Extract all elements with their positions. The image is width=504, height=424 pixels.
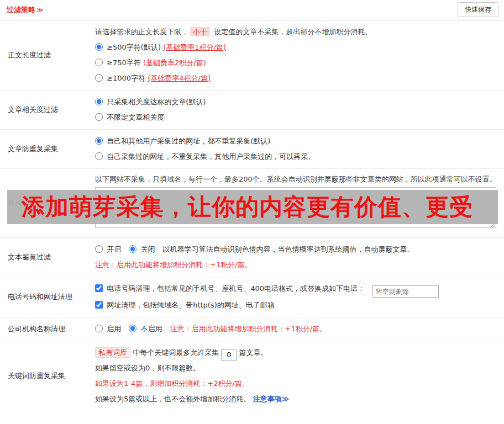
row-porn-filter: 文本鉴黄过滤 开启 关闭 以机器学习算法自动识别色情内容，当色情概率达到系统阈值…: [0, 238, 504, 277]
porn-filter-description: 以机器学习算法自动识别色情内容，当色情概率达到系统阈值，自动屏蔽文章。: [163, 245, 414, 253]
option-relevance-any[interactable]: 不限定文章相关度: [95, 110, 498, 125]
row-label-keyword-dedup: 关键词防重复采集: [0, 341, 95, 411]
watermark-text: 添加萌芽采集，让你的内容更有价值、更受: [22, 192, 473, 222]
page-title[interactable]: 过滤策略≫: [7, 5, 44, 15]
radio-company-off[interactable]: [129, 325, 136, 332]
option-label: 自己和其他用户采集过的网址，都不重复采集(默认): [107, 137, 270, 145]
radio-dedup-self-only[interactable]: [95, 152, 103, 160]
row-content-keyword-dedup: 私有词库 中每个关键词最多允许采集 篇文章。 如果留空或设为0，则不限篇数。 如…: [95, 341, 504, 411]
page-header: 过滤策略≫ 快速保存: [0, 0, 504, 20]
content-length-description: 请选择需求的正文长度下限，小于 设定值的文章不采集，超出部分不增加积分消耗。: [95, 24, 498, 40]
porn-filter-cost-note: 注意：启用此功能将增加积分消耗：+1积分/篇。: [95, 257, 498, 273]
line1-text-before: 中每个关键词最多允许采集: [130, 348, 221, 357]
company-clean-options-line: 启用 不启用 注意：启用此功能将增加积分消耗：+1积分/篇。: [95, 321, 498, 337]
radio-relevance-any[interactable]: [95, 113, 103, 121]
replacement-phone-input[interactable]: [372, 285, 439, 298]
option-label: 启用: [107, 325, 121, 333]
row-relevance-filter: 文章相关度过滤 只采集相关度达标的文章(默认) 不限定文章相关度: [0, 91, 504, 130]
quick-save-button[interactable]: 快速保存: [458, 2, 498, 17]
row-phone-url-clean: 电话号码和网址清理 电话号码清理，包括常见的手机号、座机号、400电话格式，或替…: [0, 277, 504, 317]
checkbox-phone-clean-option[interactable]: 电话号码清理，包括常见的手机号、座机号、400电话格式，或替换成如下电话：: [95, 284, 367, 293]
desc-text-after: 设定值的文章不采集，超出部分不增加积分消耗。: [212, 28, 372, 36]
less-than-highlight: 小于: [190, 27, 210, 36]
checkbox-url-clean[interactable]: [95, 301, 103, 309]
row-content-phone-url-clean: 电话号码清理，包括常见的手机号、座机号、400电话格式，或替换成如下电话： 网址…: [95, 277, 504, 317]
row-content-length-filter: 正文长度过滤 请选择需求的正文长度下限，小于 设定值的文章不采集，超出部分不增加…: [0, 20, 504, 91]
option-label: 网址清理，包括纯域名、带http(s)的网址、电子邮箱: [107, 301, 275, 309]
row-label-porn-filter: 文本鉴黄过滤: [0, 238, 95, 277]
row-content-company-clean: 启用 不启用 注意：启用此功能将增加积分消耗：+1积分/篇。: [95, 317, 504, 341]
option-label: ≥500字符(默认): [107, 43, 163, 51]
page-title-text: 过滤策略: [7, 6, 35, 14]
radio-750-chars[interactable]: [95, 59, 103, 66]
watermark-banner: 添加萌芽采集，让你的内容更有价值、更受: [7, 190, 498, 224]
option-label: 自己采集过的网址，不重复采集，其他用户采集过的，可以再采。: [107, 152, 315, 161]
max-collect-count-input[interactable]: [221, 349, 237, 361]
keyword-dedup-line4: 如果设为5篇或以上，也不会额外增加积分消耗。 注意事项≫: [95, 391, 498, 407]
option-label: 关闭: [140, 245, 155, 253]
option-porn-off[interactable]: 关闭: [129, 245, 157, 253]
company-clean-cost-note: 注意：启用此功能将增加积分消耗：+1积分/篇。: [170, 325, 327, 333]
row-label-content-length: 正文长度过滤: [0, 20, 95, 90]
option-porn-on[interactable]: 开启: [95, 245, 123, 253]
row-content-dedup: 自己和其他用户采集过的网址，都不重复采集(默认) 自己采集过的网址，不重复采集，…: [95, 130, 504, 168]
option-label: ≥1000字符: [107, 74, 148, 82]
fee-note-2pt: (基础费率2积分/篇): [143, 59, 206, 67]
option-relevance-strict[interactable]: 只采集相关度达标的文章(默认): [95, 94, 498, 110]
notes-link[interactable]: 注意事项≫: [253, 395, 289, 403]
radio-dedup-global[interactable]: [95, 137, 103, 145]
radio-porn-on[interactable]: [95, 245, 103, 253]
desc-text-before: 请选择需求的正文长度下限，: [95, 28, 188, 36]
checkbox-phone-clean[interactable]: [95, 284, 103, 292]
checkbox-url-clean-option[interactable]: 网址清理，包括纯域名、带http(s)的网址、电子邮箱: [95, 301, 275, 309]
phone-clean-line: 电话号码清理，包括常见的手机号、座机号、400电话格式，或替换成如下电话：: [95, 281, 498, 298]
line1-text-after: 篇文章。: [237, 348, 267, 357]
row-label-phone-url-clean: 电话号码和网址清理: [0, 277, 95, 317]
option-label: 只采集相关度达标的文章(默认): [107, 98, 206, 106]
option-500-chars[interactable]: ≥500字符(默认) (基础费率1积分/篇): [95, 40, 498, 55]
target-sites-description: 以下网站不采集，只填域名，每行一个，最多200个。系统会自动识别并屏蔽那些非文章…: [95, 173, 498, 186]
keyword-dedup-line2: 如果留空或设为0，则不限篇数。: [95, 361, 498, 376]
option-label: 不启用: [140, 325, 162, 333]
keyword-dedup-cost-note: 如果设为1-4篇，则增加积分消耗：+2积分/篇。: [95, 376, 498, 391]
row-target-sites: 目标网站过滤 以下网站不采集，只填域名，每行一个，最多200个。系统会自动识别并…: [0, 169, 504, 238]
option-label: 电话号码清理，包括常见的手机号、座机号、400电话格式，或替换成如下电话：: [107, 284, 365, 293]
option-dedup-self-only[interactable]: 自己采集过的网址，不重复采集，其他用户采集过的，可以再采。: [95, 149, 498, 165]
option-label: 开启: [107, 245, 121, 253]
radio-1000-chars[interactable]: [95, 74, 103, 82]
keyword-dedup-line1: 私有词库 中每个关键词最多允许采集 篇文章。: [95, 345, 498, 361]
url-clean-line: 网址清理，包括纯域名、带http(s)的网址、电子邮箱: [95, 298, 498, 313]
row-company-clean: 公司机构名称清理 启用 不启用 注意：启用此功能将增加积分消耗：+1积分/篇。: [0, 317, 504, 341]
row-dedup-collect: 文章防重复采集 自己和其他用户采集过的网址，都不重复采集(默认) 自己采集过的网…: [0, 130, 504, 169]
chevron-double-icon: ≫: [36, 6, 44, 14]
radio-porn-off[interactable]: [129, 245, 136, 253]
radio-company-on[interactable]: [95, 325, 103, 332]
row-keyword-dedup: 关键词防重复采集 私有词库 中每个关键词最多允许采集 篇文章。 如果留空或设为0…: [0, 341, 504, 411]
radio-500-chars[interactable]: [95, 43, 103, 51]
radio-relevance-strict[interactable]: [95, 98, 103, 105]
option-label: ≥750字符: [107, 59, 143, 67]
option-company-clean-on[interactable]: 启用: [95, 325, 123, 333]
option-label: 不限定文章相关度: [107, 113, 164, 121]
option-dedup-global[interactable]: 自己和其他用户采集过的网址，都不重复采集(默认): [95, 134, 498, 149]
fee-note-4pt: (基础费率4积分/篇): [148, 74, 211, 82]
row-label-relevance: 文章相关度过滤: [0, 91, 95, 129]
fee-note-1pt: (基础费率1积分/篇): [163, 43, 226, 51]
porn-filter-options-line: 开启 关闭 以机器学习算法自动识别色情内容，当色情概率达到系统阈值，自动屏蔽文章…: [95, 242, 498, 257]
private-lexicon-chip: 私有词库: [95, 347, 130, 358]
option-company-clean-off[interactable]: 不启用: [129, 325, 164, 333]
row-content-porn-filter: 开启 关闭 以机器学习算法自动识别色情内容，当色情概率达到系统阈值，自动屏蔽文章…: [95, 238, 504, 277]
row-label-company-clean: 公司机构名称清理: [0, 317, 95, 341]
row-label-dedup: 文章防重复采集: [0, 130, 95, 168]
row-content-content-length: 请选择需求的正文长度下限，小于 设定值的文章不采集，超出部分不增加积分消耗。 ≥…: [95, 20, 504, 90]
option-1000-chars[interactable]: ≥1000字符 (基础费率4积分/篇): [95, 71, 498, 86]
row-content-relevance: 只采集相关度达标的文章(默认) 不限定文章相关度: [95, 91, 504, 129]
line4-text: 如果设为5篇或以上，也不会额外增加积分消耗。: [95, 395, 253, 403]
option-750-chars[interactable]: ≥750字符 (基础费率2积分/篇): [95, 55, 498, 71]
